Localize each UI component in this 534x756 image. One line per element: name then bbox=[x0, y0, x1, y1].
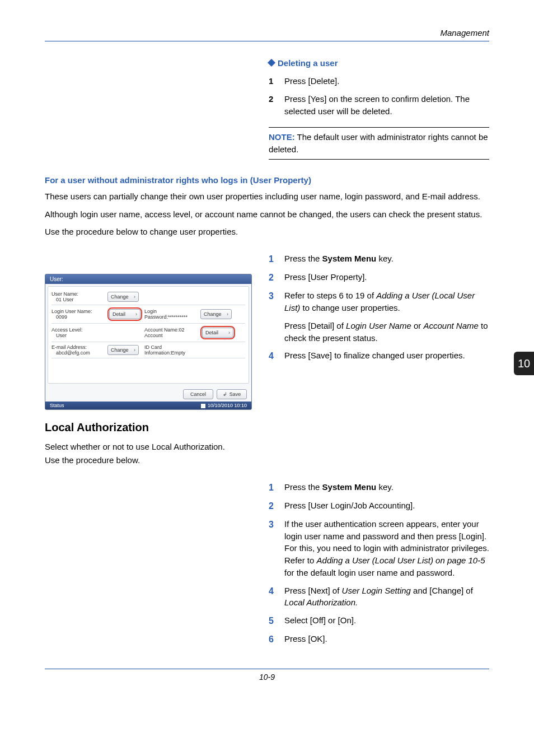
highlight-ring: Detail› bbox=[107, 307, 142, 321]
chapter-tab: 10 bbox=[514, 352, 534, 375]
header-rule bbox=[45, 41, 489, 41]
step-number: 3 bbox=[269, 518, 284, 579]
change-button[interactable]: Change› bbox=[107, 292, 139, 302]
step-text: Press the System Menu key. bbox=[284, 253, 489, 265]
note-text: The default user with administrator righ… bbox=[269, 132, 488, 154]
step-number: 2 bbox=[269, 271, 284, 284]
deleting-title: Deleting a user bbox=[278, 58, 338, 68]
chevron-right-icon: › bbox=[228, 330, 230, 335]
step-number: 3 bbox=[269, 290, 284, 314]
cancel-button[interactable]: Cancel bbox=[183, 389, 213, 399]
step-number: 1 bbox=[269, 253, 284, 265]
step-text: Press [Yes] on the screen to confirm del… bbox=[284, 93, 489, 118]
field-value: User bbox=[51, 333, 107, 338]
header-section: Management bbox=[45, 28, 489, 38]
field-label: User Name: bbox=[51, 291, 107, 297]
body-text: These users can partially change their o… bbox=[45, 190, 489, 203]
body-text: Use the procedure below to change user p… bbox=[45, 226, 489, 238]
field-value: Empty bbox=[171, 350, 186, 356]
field-value: 0099 bbox=[51, 314, 107, 320]
note-label: NOTE: bbox=[269, 132, 295, 142]
save-button[interactable]: ↲Save bbox=[217, 389, 247, 399]
user-dialog: User: User Name:01 User Change› Login Us… bbox=[45, 274, 252, 410]
step-number: 4 bbox=[269, 585, 284, 609]
chevron-right-icon: › bbox=[135, 311, 137, 317]
chevron-right-icon: › bbox=[134, 294, 135, 300]
status-label: Status bbox=[50, 403, 64, 408]
field-value: 01 User bbox=[51, 297, 107, 302]
note-block: NOTE: The default user with administrato… bbox=[269, 127, 489, 160]
field-value: abcd@efg.com bbox=[51, 350, 107, 356]
step-number: 2 bbox=[269, 93, 284, 118]
dialog-title: User: bbox=[45, 274, 251, 284]
field-label: Access Level: bbox=[51, 327, 107, 333]
field-label: ID Card Information: bbox=[144, 344, 171, 356]
step-text: Refer to steps 6 to 19 of Adding a User … bbox=[284, 290, 489, 314]
chevron-right-icon: › bbox=[227, 311, 228, 317]
step-text: Press [User Property]. bbox=[284, 271, 489, 284]
step-subtext: Press [Detail] of Login User Name or Acc… bbox=[284, 320, 489, 344]
timestamp: 10/10/2010 10:10 bbox=[208, 403, 247, 408]
enter-icon: ↲ bbox=[223, 391, 227, 397]
diamond-icon bbox=[268, 59, 275, 67]
step-number: 1 bbox=[269, 75, 284, 87]
step-text: Press [Save] to finalize changed user pr… bbox=[284, 349, 489, 362]
highlight-ring: Detail› bbox=[200, 326, 235, 339]
detail-button[interactable]: Detail› bbox=[202, 328, 233, 338]
user-property-heading: For a user without administrator rights … bbox=[45, 175, 489, 185]
status-icon bbox=[201, 404, 205, 408]
body-text: Use the procedure below. bbox=[45, 454, 489, 466]
step-number: 2 bbox=[269, 500, 284, 512]
chevron-right-icon: › bbox=[134, 347, 135, 353]
change-button[interactable]: Change› bbox=[200, 309, 232, 319]
field-value: ********** bbox=[168, 314, 188, 320]
step-text: Press [User Login/Job Accounting]. bbox=[284, 500, 489, 512]
step-text: Press [Next] of User Login Setting and [… bbox=[284, 585, 489, 609]
detail-button[interactable]: Detail› bbox=[109, 309, 140, 319]
step-text: Press [Delete]. bbox=[284, 75, 489, 87]
body-text: Although login user name, access level, … bbox=[45, 208, 489, 221]
change-button[interactable]: Change› bbox=[107, 345, 139, 355]
step-number: 1 bbox=[269, 481, 284, 494]
local-authorization-heading: Local Authorization bbox=[45, 421, 489, 434]
deleting-user-heading: Deleting a user bbox=[269, 58, 489, 68]
field-label: Login Password: bbox=[144, 309, 168, 320]
page-number: 10-9 bbox=[45, 673, 489, 682]
step-text: If the user authentication screen appear… bbox=[284, 518, 489, 579]
footer-rule bbox=[45, 669, 489, 669]
field-label: E-mail Address: bbox=[51, 344, 107, 350]
step-text: Select [Off] or [On]. bbox=[284, 614, 489, 627]
body-text: Select whether or not to use Local Autho… bbox=[45, 441, 489, 453]
field-label: Login User Name: bbox=[51, 309, 107, 314]
field-label: Account Name: bbox=[144, 327, 179, 333]
step-number: 4 bbox=[269, 349, 284, 362]
step-text: Press the System Menu key. bbox=[284, 481, 489, 494]
step-number: 5 bbox=[269, 614, 284, 627]
step-number: 6 bbox=[269, 633, 284, 646]
step-text: Press [OK]. bbox=[284, 633, 489, 646]
